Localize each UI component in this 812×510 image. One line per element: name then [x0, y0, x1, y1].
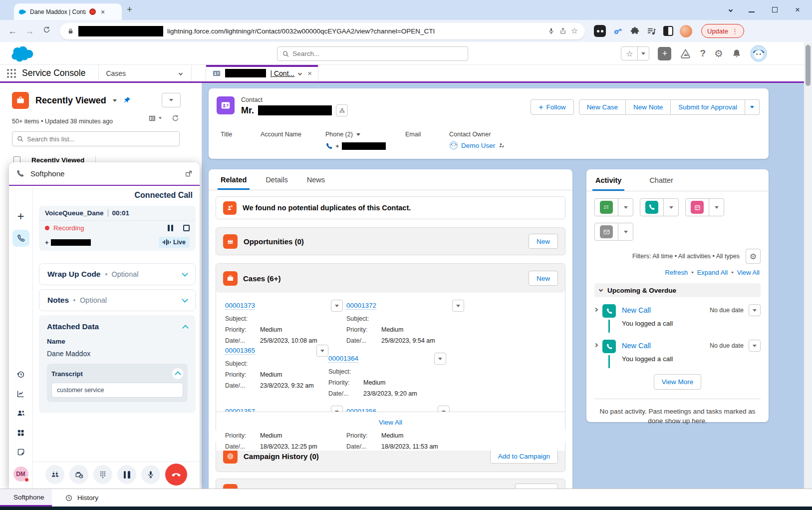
partial-card-button[interactable]	[515, 484, 558, 489]
log-call-button[interactable]	[640, 198, 679, 216]
display-as-button[interactable]	[148, 114, 162, 122]
more-actions-button[interactable]	[745, 99, 760, 115]
page-scrollbar[interactable]	[804, 42, 812, 507]
mic-search-icon[interactable]	[547, 27, 555, 35]
new-opportunity-button[interactable]: New	[529, 234, 558, 249]
conference-button[interactable]	[45, 465, 64, 484]
task-dropdown-icon[interactable]	[618, 199, 633, 216]
owner-link[interactable]: Demo User	[461, 142, 495, 149]
global-search-input[interactable]	[292, 50, 463, 57]
browser-forward-button[interactable]: →	[22, 26, 37, 36]
wrap-up-expand-chevron-icon[interactable]	[182, 270, 188, 277]
guidance-center-icon[interactable]	[680, 48, 691, 59]
wrap-up-code-section[interactable]: Wrap Up Code Optional	[39, 263, 196, 285]
rail-phone-button[interactable]	[12, 230, 29, 247]
opportunities-title[interactable]: Opportunities (0)	[244, 237, 523, 246]
activity-item-title-link[interactable]: New Call	[622, 342, 710, 350]
email-button[interactable]	[594, 223, 633, 241]
help-icon[interactable]: ?	[700, 48, 706, 59]
case-row-menu-button[interactable]	[331, 300, 343, 312]
transcript-collapse-button[interactable]	[172, 368, 183, 379]
campaign-history-title[interactable]: Campaign History (0)	[244, 452, 484, 461]
browser-menu-icon[interactable]: ⋮	[732, 27, 738, 35]
new-case-button[interactable]: New Case	[579, 99, 626, 115]
new-tab-button[interactable]: +	[127, 4, 132, 15]
metrics-chart-icon[interactable]	[12, 385, 29, 402]
music-list-icon[interactable]	[646, 26, 657, 36]
submit-for-approval-button[interactable]: Submit for Approval	[671, 99, 745, 115]
window-close-button[interactable]: ×	[794, 5, 801, 15]
nav-tab-cases[interactable]: Cases	[99, 65, 192, 81]
window-maximize-button[interactable]	[771, 5, 778, 14]
case-row-menu-button[interactable]	[434, 353, 446, 365]
add-to-campaign-button[interactable]: Add to Campaign	[490, 449, 558, 464]
new-event-button[interactable]	[685, 198, 724, 216]
item-expand-chevron-icon[interactable]	[594, 343, 598, 347]
favorites-star-icon[interactable]: ☆	[621, 47, 638, 60]
browser-back-button[interactable]: ←	[5, 26, 20, 36]
favorites-button[interactable]: ☆	[621, 46, 649, 60]
new-note-button[interactable]: New Note	[626, 99, 671, 115]
list-search-input[interactable]	[27, 135, 175, 143]
quick-connects-grid-icon[interactable]	[12, 424, 29, 441]
view-more-button[interactable]: View More	[654, 374, 702, 390]
new-task-button[interactable]	[594, 198, 633, 216]
dialpad-button[interactable]	[93, 465, 112, 484]
tab-details[interactable]: Details	[266, 169, 287, 190]
new-call-plus-button[interactable]: +	[12, 208, 29, 225]
browser-update-button[interactable]: Update ⋮	[701, 24, 744, 38]
tab-close-button[interactable]: ×	[99, 8, 106, 16]
browser-reload-button[interactable]	[39, 25, 54, 36]
notes-section[interactable]: Notes Optional	[39, 289, 196, 311]
agent-avatar[interactable]: DM	[13, 467, 28, 482]
password-manager-extension-icon[interactable]	[594, 25, 606, 37]
window-minimize-button[interactable]	[748, 5, 755, 14]
tab-search-chevron-icon[interactable]	[729, 8, 733, 12]
case-number-link[interactable]: 00001373	[225, 302, 255, 310]
list-view-selector-chevron-icon[interactable]	[113, 99, 117, 102]
list-view-controls-button[interactable]	[162, 93, 181, 107]
pause-recording-button[interactable]	[168, 225, 173, 231]
user-avatar[interactable]	[750, 45, 767, 62]
notes-icon[interactable]	[12, 444, 29, 461]
bookmark-star-icon[interactable]: ☆	[571, 27, 578, 35]
key-extension-icon[interactable]	[612, 25, 623, 36]
nav-tab-contact-chevron-icon[interactable]	[298, 71, 302, 75]
extensions-puzzle-icon[interactable]	[630, 26, 640, 36]
scrollbar-thumb[interactable]	[806, 45, 811, 86]
pin-icon[interactable]	[123, 96, 131, 104]
follow-button[interactable]: + Follow	[531, 99, 573, 115]
reading-mode-extension-icon[interactable]	[663, 26, 673, 36]
activity-item-menu-button[interactable]	[749, 340, 761, 352]
case-row-menu-button[interactable]	[316, 345, 328, 357]
tab-related[interactable]: Related	[221, 169, 247, 190]
activity-item-title-link[interactable]: New Call	[622, 306, 710, 314]
share-icon[interactable]	[559, 27, 567, 35]
softphone-minimize-button[interactable]	[173, 171, 179, 177]
activity-item-menu-button[interactable]	[749, 304, 761, 316]
list-search[interactable]	[12, 131, 180, 146]
softphone-popout-icon[interactable]	[185, 170, 193, 178]
nav-tab-contact-active[interactable]: | Cont... ×	[206, 65, 318, 81]
app-launcher-icon[interactable]	[7, 69, 16, 78]
event-dropdown-icon[interactable]	[709, 199, 724, 216]
section-collapse-chevron-icon[interactable]	[599, 287, 603, 291]
utility-softphone-tab[interactable]: Softphone	[0, 489, 52, 507]
transcript-input[interactable]	[51, 383, 183, 398]
attached-data-collapse-chevron-icon[interactable]	[182, 325, 189, 331]
global-actions-button[interactable]: +	[658, 47, 671, 60]
call-dropdown-icon[interactable]	[664, 199, 678, 216]
tab-activity[interactable]: Activity	[595, 169, 621, 191]
nav-tab-cases-chevron-icon[interactable]	[179, 71, 183, 75]
tab-news[interactable]: News	[307, 169, 325, 190]
refresh-icon[interactable]	[171, 114, 180, 122]
upcoming-overdue-section[interactable]: Upcoming & Overdue	[594, 283, 761, 297]
refresh-link[interactable]: Refresh	[665, 269, 688, 276]
view-hierarchy-button[interactable]	[336, 104, 348, 116]
new-case-related-button[interactable]: New	[529, 271, 558, 286]
contacts-directory-icon[interactable]	[12, 405, 29, 422]
call-history-icon[interactable]	[12, 366, 29, 383]
utility-history-tab[interactable]: History	[56, 489, 107, 507]
cases-view-all-link[interactable]: View All	[379, 419, 402, 426]
item-expand-chevron-icon[interactable]	[594, 308, 598, 312]
